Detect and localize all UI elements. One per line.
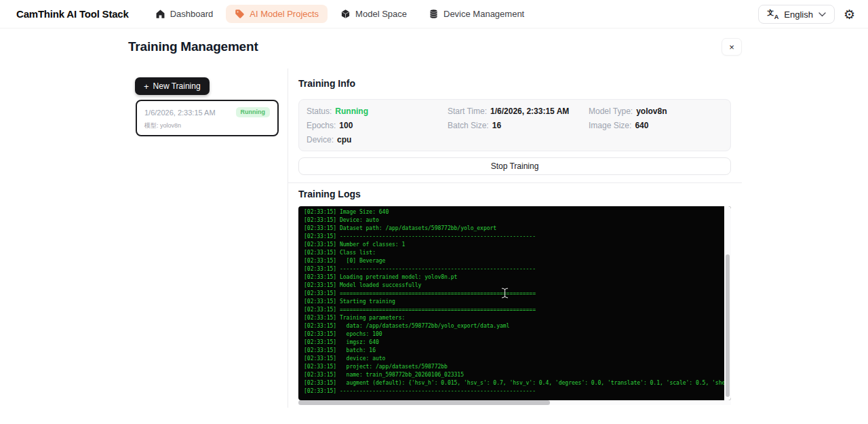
info-field-epochs: Epochs: 100 bbox=[307, 121, 448, 130]
training-logs-title: Training Logs bbox=[298, 189, 361, 199]
training-date: 1/6/2026, 2:33:15 AM bbox=[144, 109, 216, 117]
new-training-label: New Training bbox=[153, 81, 201, 91]
log-line: [02:33:15] Device: auto bbox=[304, 216, 724, 225]
log-line: [02:33:15] [0] Beverage bbox=[304, 257, 724, 265]
log-line: [02:33:15] Loading pretrained model: yol… bbox=[304, 273, 724, 282]
horizontal-scrollbar-thumb[interactable] bbox=[298, 400, 550, 405]
log-line: [02:33:15] =============================… bbox=[304, 306, 724, 314]
log-line: [02:33:15] -----------------------------… bbox=[304, 265, 724, 273]
log-line: [02:33:15] augment (default): {'hsv_h': … bbox=[304, 379, 724, 387]
log-line: [02:33:15] Model loaded successfully bbox=[304, 282, 724, 290]
log-line: [02:33:15] Image Size: 640 bbox=[304, 208, 724, 216]
log-line: [02:33:15] Number of classes: 1 bbox=[304, 241, 724, 249]
info-field-start-time: Start Time: 1/6/2026, 2:33:15 AM bbox=[448, 107, 589, 116]
nav-item-label: AI Model Projects bbox=[250, 9, 319, 19]
training-info-title: Training Info bbox=[298, 78, 355, 89]
log-line: [02:33:15] Training parameters: bbox=[304, 314, 724, 322]
section-divider bbox=[288, 182, 742, 183]
page-title: Training Management bbox=[128, 39, 258, 54]
training-model: 模型: yolov8n bbox=[144, 121, 270, 130]
terminal-vertical-scrollbar bbox=[724, 206, 731, 400]
log-line: [02:33:15] name: train_598772bb_20260106… bbox=[304, 371, 724, 379]
info-field-image-size: Image Size: 640 bbox=[589, 121, 723, 130]
nav-menu: Dashboard AI Model Projects Model Space … bbox=[146, 5, 534, 23]
chevron-down-icon bbox=[818, 12, 826, 17]
plus-icon: + bbox=[144, 82, 149, 91]
translate-icon: 文A bbox=[767, 9, 778, 20]
nav-item-label: Device Management bbox=[443, 9, 524, 19]
info-field-batch-size: Batch Size: 16 bbox=[448, 121, 589, 130]
nav-item-label: Dashboard bbox=[170, 9, 214, 19]
cube-icon bbox=[340, 9, 351, 19]
log-line: [02:33:15] batch: 16 bbox=[304, 347, 724, 355]
info-field-status: Status: Running bbox=[307, 107, 448, 116]
vertical-divider bbox=[288, 69, 288, 408]
nav-item-device-management[interactable]: Device Management bbox=[420, 5, 533, 23]
log-line: [02:33:15] Class list: bbox=[304, 249, 724, 257]
nav-item-dashboard[interactable]: Dashboard bbox=[146, 5, 222, 23]
info-field-model-type: Model Type: yolov8n bbox=[589, 107, 723, 116]
log-line: [02:33:15] =============================… bbox=[304, 290, 724, 298]
training-logs-terminal: [02:33:15] Image Size: 640[02:33:15] Dev… bbox=[298, 206, 731, 400]
log-line: [02:33:15] imgsz: 640 bbox=[304, 339, 724, 347]
log-line: [02:33:15] project: /app/datasets/598772… bbox=[304, 363, 724, 371]
log-line: [02:33:15] epochs: 100 bbox=[304, 330, 724, 339]
text-cursor-ibeam bbox=[501, 288, 509, 298]
navbar-right: 文A English ⚙ bbox=[758, 0, 855, 28]
settings-gear-icon[interactable]: ⚙ bbox=[844, 8, 855, 21]
new-training-button[interactable]: + New Training bbox=[135, 77, 210, 95]
training-list-item[interactable]: 1/6/2026, 2:33:15 AM Running 模型: yolov8n bbox=[136, 100, 279, 136]
stop-training-button[interactable]: Stop Training bbox=[298, 157, 731, 175]
language-selector[interactable]: 文A English bbox=[758, 5, 835, 24]
tag-icon bbox=[235, 9, 245, 19]
log-line: [02:33:15] Dataset path: /app/datasets/5… bbox=[304, 225, 724, 233]
home-icon bbox=[155, 9, 165, 19]
language-label: English bbox=[784, 9, 813, 20]
log-line: [02:33:15] data: /app/datasets/598772bb/… bbox=[304, 322, 724, 330]
close-button[interactable]: × bbox=[722, 38, 742, 56]
database-icon bbox=[429, 9, 439, 19]
log-lines[interactable]: [02:33:15] Image Size: 640[02:33:15] Dev… bbox=[298, 206, 724, 400]
log-line: [02:33:15] Starting training bbox=[304, 298, 724, 306]
nav-item-ai-model-projects[interactable]: AI Model Projects bbox=[226, 5, 328, 23]
log-line: [02:33:15] -----------------------------… bbox=[304, 233, 724, 241]
terminal-horizontal-scrollbar bbox=[298, 400, 731, 405]
nav-item-label: Model Space bbox=[355, 9, 407, 19]
log-line: [02:33:15] -----------------------------… bbox=[304, 387, 724, 396]
top-navbar: CamThink AI Tool Stack Dashboard AI Mode… bbox=[0, 0, 868, 28]
vertical-scrollbar-thumb[interactable] bbox=[726, 254, 730, 397]
info-field-device: Device: cpu bbox=[307, 135, 448, 144]
training-info-panel: Status: Running Start Time: 1/6/2026, 2:… bbox=[298, 99, 731, 151]
nav-item-model-space[interactable]: Model Space bbox=[332, 5, 416, 23]
status-badge: Running bbox=[236, 107, 271, 117]
log-line: [02:33:15] device: auto bbox=[304, 355, 724, 363]
brand-title: CamThink AI Tool Stack bbox=[16, 8, 129, 20]
